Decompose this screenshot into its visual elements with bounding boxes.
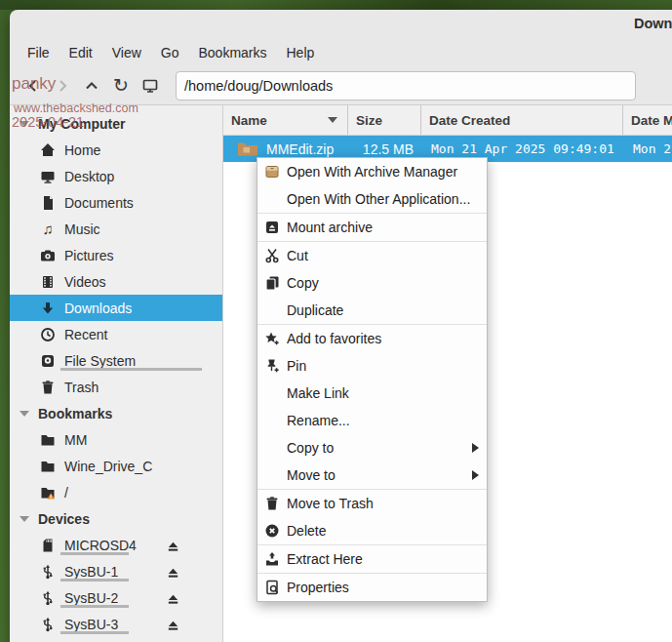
sdcard-icon [39,538,57,553]
chevron-left-icon [25,78,41,94]
menu-item-pin[interactable]: Pin [257,352,487,380]
home-icon [39,142,57,158]
refresh-icon: ↻ [113,76,129,95]
document-icon [39,195,57,211]
sidebar-item-partial-device[interactable] [10,637,222,642]
column-header-date-modified[interactable]: Date M [623,105,672,135]
sidebar-item-label: Pictures [64,248,114,263]
sidebar-item-pictures[interactable]: Pictures [10,242,222,268]
sidebar-item-desktop[interactable]: Desktop [10,163,222,189]
menu-item-open-with-other-application[interactable]: Open With Other Application... [257,185,487,213]
sidebar-item-microsd4[interactable]: MICROSD4 [10,532,222,558]
sidebar-item-videos[interactable]: Videos [10,268,222,295]
menu-item-copy[interactable]: Copy [257,269,487,297]
sidebar-section-bookmarks[interactable]: Bookmarks [10,400,222,426]
usb-icon [39,590,57,606]
download-arrow-icon [39,301,57,316]
menu-item-copy-to[interactable]: Copy to [257,434,487,461]
sidebar-item-home[interactable]: Home [10,137,222,163]
menu-item-delete[interactable]: Delete [257,517,487,544]
menu-item-mount-archive[interactable]: Mount archive [257,214,487,241]
disk-usage-bar [60,605,129,608]
mount-archive-icon [263,220,281,235]
menu-item-cut[interactable]: Cut [257,242,487,269]
refresh-button[interactable]: ↻ [107,72,135,100]
sidebar-item-label: MICROSD4 [64,538,137,553]
menu-view[interactable]: View [102,42,151,63]
menu-item-rename[interactable]: Rename... [257,407,487,434]
sidebar-item-sysbu-2[interactable]: SysBU-2 [10,584,222,611]
sidebar-item-label: / [64,485,68,501]
sidebar-section-devices[interactable]: Devices [10,505,222,532]
toggle-location-button[interactable] [137,72,164,100]
sidebar-item-trash[interactable]: Trash [10,374,222,400]
sidebar-item-label: File System [64,353,136,369]
usb-icon [39,617,57,632]
sidebar-item-music[interactable]: ♫ Music [10,216,222,242]
sidebar-section-my-computer[interactable]: My Computer [10,110,222,137]
archive-icon [263,164,281,180]
eject-button[interactable] [164,537,181,554]
titlebar[interactable]: Downloads [10,10,672,39]
sidebar-item-label: Documents [64,195,134,211]
sidebar-item-file-system[interactable]: File System [10,347,222,374]
sidebar-item-label: SysBU-2 [64,590,118,606]
column-header-date-created[interactable]: Date Created [421,105,623,135]
menu-file[interactable]: File [18,42,59,63]
clock-icon [39,327,57,342]
desktop-wallpaper-strip [0,0,672,10]
pin-plus-icon [263,358,281,374]
menu-item-properties[interactable]: Properties [257,574,487,601]
file-date-created: Mon 21 Apr 2025 09:49:01 [421,141,623,156]
sidebar-item-downloads[interactable]: Downloads [10,295,222,321]
menu-item-add-to-favorites[interactable]: Add to favorites [257,325,487,352]
menu-item-duplicate[interactable]: Duplicate [257,297,487,324]
menu-item-move-to[interactable]: Move to [257,461,487,489]
sidebar: My Computer Home Desktop Documents ♫ Mus… [10,105,223,642]
column-header-name[interactable]: Name [223,105,348,135]
sidebar-item-label: Wine_Drive_C [64,459,152,474]
camera-icon [39,248,57,263]
menu-help[interactable]: Help [277,42,325,63]
menu-item-make-link[interactable]: Make Link [257,380,487,407]
menubar: File Edit View Go Bookmarks Help [10,39,672,66]
eject-button[interactable] [164,589,181,607]
path-input[interactable] [176,71,636,100]
section-label: Devices [38,511,90,527]
sidebar-item-documents[interactable]: Documents [10,189,222,216]
menu-item-move-to-trash[interactable]: Move to Trash [257,490,487,517]
file-size: 12.5 MB [348,141,421,157]
file-date-modified: Mon 2 [623,141,671,156]
file-name: MMEdit.zip [266,141,334,157]
star-plus-icon [263,331,281,346]
sidebar-item-label: SysBU-1 [64,564,118,580]
eject-button[interactable] [164,563,181,581]
sidebar-item-label: Downloads [64,301,132,316]
music-note-icon: ♫ [39,221,57,237]
forward-button[interactable] [49,72,76,100]
collapse-triangle-icon [20,516,29,522]
menu-item-open-with-archive-manager[interactable]: Open With Archive Manager [257,158,487,185]
collapse-triangle-icon [20,411,29,417]
column-header-size[interactable]: Size [348,105,421,135]
context-menu: Open With Archive Manager Open With Othe… [257,157,488,602]
sidebar-item-wine-drive-c[interactable]: Wine_Drive_C [10,453,222,479]
sidebar-item-mm[interactable]: MM [10,426,222,453]
sidebar-item-label: MM [64,432,87,448]
trash-icon [39,380,57,395]
disk-usage-bar [60,552,129,555]
zip-archive-icon [237,141,258,157]
up-button[interactable] [78,72,105,100]
desktop-icon [39,169,57,184]
eject-button[interactable] [164,616,181,633]
menu-item-extract-here[interactable]: Extract Here [257,545,487,573]
menu-bookmarks[interactable]: Bookmarks [188,42,276,63]
sidebar-item-sysbu-3[interactable]: SysBU-3 [10,611,222,637]
sidebar-item-recent[interactable]: Recent [10,321,222,347]
sidebar-item-root[interactable]: / [10,479,222,505]
menu-go[interactable]: Go [151,42,189,63]
sidebar-item-sysbu-1[interactable]: SysBU-1 [10,558,222,584]
menu-edit[interactable]: Edit [59,42,102,63]
monitor-icon [142,78,158,94]
back-button[interactable] [20,72,47,100]
